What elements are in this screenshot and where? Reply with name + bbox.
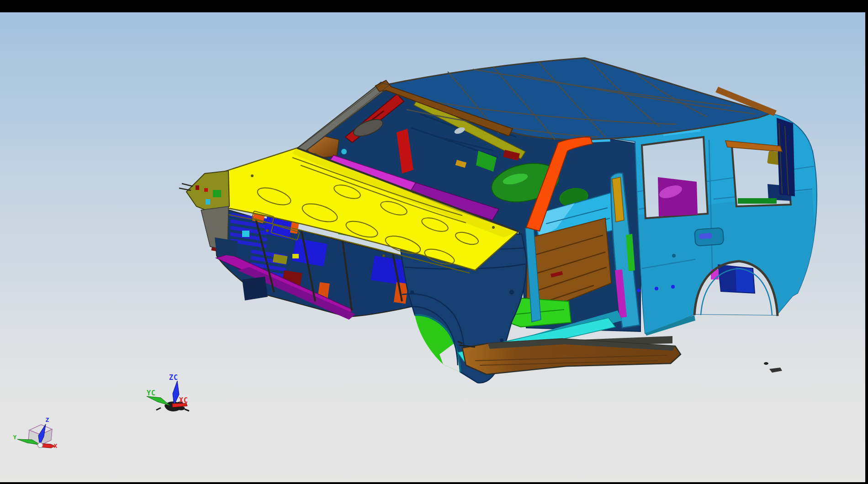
wcs-y-label[interactable]: YC: [147, 389, 156, 397]
window-green-strip: [738, 198, 777, 204]
abs-y-label[interactable]: Y: [13, 434, 17, 441]
tip-cyan-patch: [206, 199, 210, 205]
plug-dot: [671, 285, 675, 289]
cyan-bit: [242, 231, 249, 237]
plug-dot: [637, 289, 640, 292]
abs-x-label[interactable]: X: [54, 442, 58, 449]
wcs-z-arrow[interactable]: [173, 381, 179, 405]
tip-red-dot: [204, 188, 208, 192]
wcs-z-label[interactable]: ZC: [169, 374, 178, 382]
scene-svg: ZC YC XC Z Y X: [0, 0, 868, 484]
abs-triad[interactable]: Z Y X: [13, 416, 58, 449]
wcs-triad[interactable]: ZC YC XC: [147, 374, 189, 411]
fender-hole: [410, 290, 414, 294]
door-handle[interactable]: [699, 233, 712, 239]
teal-dot: [341, 149, 347, 154]
bolt-dot: [672, 254, 676, 258]
tip-green-patch: [213, 190, 221, 197]
wcs-x-label[interactable]: XC: [179, 396, 188, 405]
cad-window: ZC YC XC Z Y X: [0, 0, 868, 484]
front-flap-navy[interactable]: [242, 277, 268, 300]
debris: [764, 362, 782, 373]
plug-dot: [655, 287, 658, 290]
yellow-dot: [292, 254, 299, 258]
tip-dark-red: [196, 185, 199, 190]
abs-z-label[interactable]: Z: [46, 416, 50, 423]
fender-hole: [500, 338, 503, 342]
abs-origin-sphere[interactable]: [38, 443, 43, 448]
fender-hole: [509, 290, 514, 295]
car-model[interactable]: [179, 58, 817, 383]
wcs-y-arrow[interactable]: [147, 396, 170, 405]
